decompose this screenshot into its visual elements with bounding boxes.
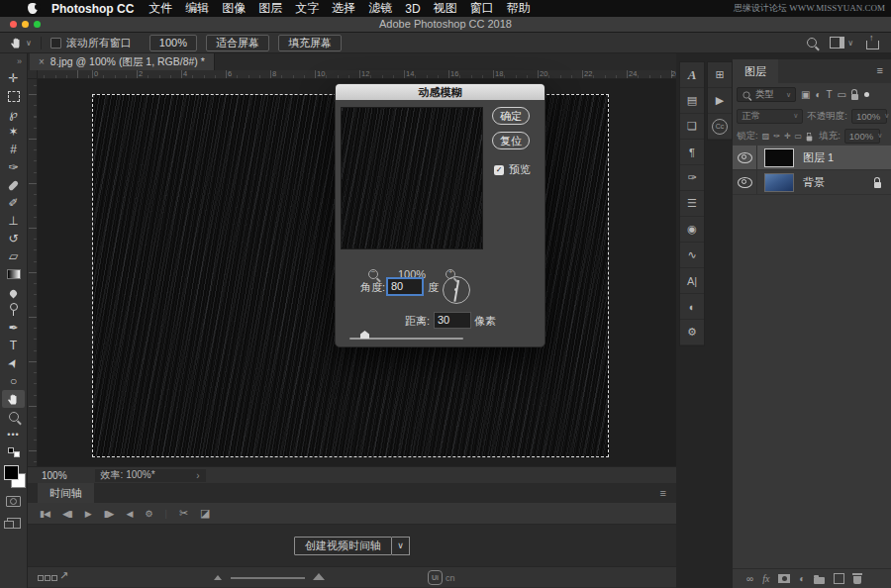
zoom-100-button[interactable]: 100% [149,35,197,51]
type-tool[interactable]: T [0,337,27,354]
eraser-tool[interactable]: ▱ [0,247,27,265]
zoom-in-thumbnail-icon[interactable] [313,573,325,580]
lock-artboard-icon[interactable]: ▭ [795,132,803,141]
menu-file[interactable]: 文件 [148,0,172,17]
magic-wand-tool[interactable]: ✶ [0,123,27,141]
close-tab-icon[interactable]: × [39,56,45,67]
tool-presets-panel-icon[interactable]: ☰ [680,191,704,217]
vertical-ruler[interactable] [28,79,38,466]
create-timeline-dropdown[interactable]: ∨ [392,537,410,555]
pen-tool[interactable]: ✒ [0,319,27,337]
lock-all-icon[interactable] [807,136,813,141]
zoom-out-icon[interactable]: − [368,269,378,279]
foreground-background-swatches[interactable] [3,464,25,490]
move-tool[interactable]: ✛ [0,69,27,87]
menu-edit[interactable]: 编辑 [185,0,209,17]
layer-comps-panel-icon[interactable]: ❏ [680,114,704,140]
chevron-down-icon[interactable]: ∨ [26,39,32,48]
lock-pixels-icon[interactable]: ✑ [773,132,780,141]
reset-button[interactable]: 复位 [492,132,530,149]
history-brush-tool[interactable]: ↺ [0,230,27,247]
ellipse-tool[interactable]: ○ [0,372,27,390]
play-button[interactable]: ▶ [85,509,91,519]
angle-dial[interactable] [443,276,470,304]
menu-type[interactable]: 文字 [295,0,319,17]
quick-mask-button[interactable] [0,490,27,512]
paths-panel-icon[interactable]: ∿ [680,243,704,268]
hand-tool[interactable] [2,390,25,408]
workspace-icon[interactable] [830,37,844,49]
brush-settings-panel-icon[interactable]: ✑ [680,165,704,191]
chevron-down-icon[interactable]: ∨ [847,39,853,48]
creative-cloud-icon[interactable]: Cc [708,114,732,140]
filter-pixel-layers-icon[interactable]: ▣ [801,89,810,100]
ok-button[interactable]: 确定 [492,107,530,125]
create-video-timeline-button[interactable]: 创建视频时间轴 [294,537,392,555]
adjustment-layer-icon[interactable]: ◐ [799,573,805,584]
libraries-panel-icon[interactable]: ▤ [680,88,704,114]
new-layer-icon[interactable] [834,573,844,584]
fill-screen-button[interactable]: 填充屏幕 [278,35,342,51]
timeline-tab[interactable]: 时间轴 [38,483,94,503]
path-selection-tool[interactable]: ➤ [0,354,27,372]
menu-3d[interactable]: 3D [405,2,420,16]
menu-filter[interactable]: 滤镜 [368,0,392,17]
collapse-toolbar-icon[interactable]: » [0,53,27,69]
search-icon[interactable] [807,38,817,48]
dialog-title-bar[interactable]: 动感模糊 [336,84,544,100]
background-name[interactable]: 背景 [803,175,825,190]
layer1-thumbnail[interactable] [764,148,794,167]
blend-mode-select[interactable]: 正常∨ [737,109,803,124]
preview-checkbox[interactable]: ✓ [494,165,504,175]
gradient-tool[interactable] [0,265,27,283]
crop-tool[interactable]: # [0,141,27,158]
distance-slider-thumb[interactable] [360,331,369,339]
scroll-all-windows-checkbox[interactable] [50,38,61,49]
zoom-out-thumbnail-icon[interactable] [214,575,222,580]
frame-rate-icon[interactable] [38,575,57,581]
timeline-settings-gear-icon[interactable]: ⚙ [145,509,151,519]
chevron-right-icon[interactable]: › [196,470,199,481]
filter-type-layers-icon[interactable]: T [827,89,833,100]
filter-adjustment-layers-icon[interactable]: ◐ [815,89,821,100]
default-colors-icon[interactable] [0,443,27,461]
audio-mute-button[interactable]: ◀ [127,509,133,519]
distance-input[interactable]: 30 [434,312,471,329]
layer-effects-fx-icon[interactable]: fx [762,573,769,584]
glyphs-panel-icon[interactable]: A [680,62,704,88]
adjustments-panel-icon[interactable]: ◐ [680,294,704,320]
split-clip-scissors-icon[interactable]: ✂ [179,507,187,520]
visibility-cell[interactable] [733,146,757,169]
delete-layer-trash-icon[interactable] [853,576,861,584]
character-panel-icon[interactable]: A| [680,268,704,294]
healing-brush-tool[interactable] [0,176,27,194]
layer-row-1[interactable]: 图层 1 [733,146,891,170]
menu-select[interactable]: 选择 [332,0,355,17]
brush-tool[interactable]: ✐ [0,194,27,212]
layer1-name[interactable]: 图层 1 [803,150,834,165]
menu-help[interactable]: 帮助 [507,0,531,17]
actions-panel-icon[interactable]: ⚙ [680,320,704,345]
apple-menu-icon[interactable] [28,3,38,14]
fit-screen-button[interactable]: 适合屏幕 [206,35,269,51]
play-actions-panel-icon[interactable]: ▶ [708,88,732,114]
zoom-tool[interactable] [0,408,27,426]
foreground-color-swatch[interactable] [4,465,19,480]
new-group-folder-icon[interactable] [814,577,825,584]
document-tab[interactable]: × 8.jpg @ 100% (图层 1, RGB/8#) * [30,53,215,70]
filter-shape-layers-icon[interactable]: ▭ [838,89,846,100]
screen-mode-button[interactable] [0,512,27,534]
angle-input[interactable]: 80 [387,278,423,295]
zoom-level-field[interactable]: 100% [42,470,67,481]
eye-icon[interactable] [738,152,752,163]
transition-icon[interactable]: ◪ [200,507,209,520]
filter-smart-objects-icon[interactable] [851,94,858,100]
first-frame-button[interactable]: ▮◀ [40,509,50,519]
lock-position-icon[interactable]: ✛ [784,132,791,141]
marquee-tool[interactable] [0,87,27,105]
share-icon[interactable] [866,41,879,49]
channels-panel-icon[interactable]: ⊞ [708,62,732,88]
eyedropper-tool[interactable]: ✑ [0,158,27,176]
efficiency-status[interactable]: 效率: 100%*› [95,469,206,482]
next-frame-button[interactable]: ▮▶ [104,509,114,519]
